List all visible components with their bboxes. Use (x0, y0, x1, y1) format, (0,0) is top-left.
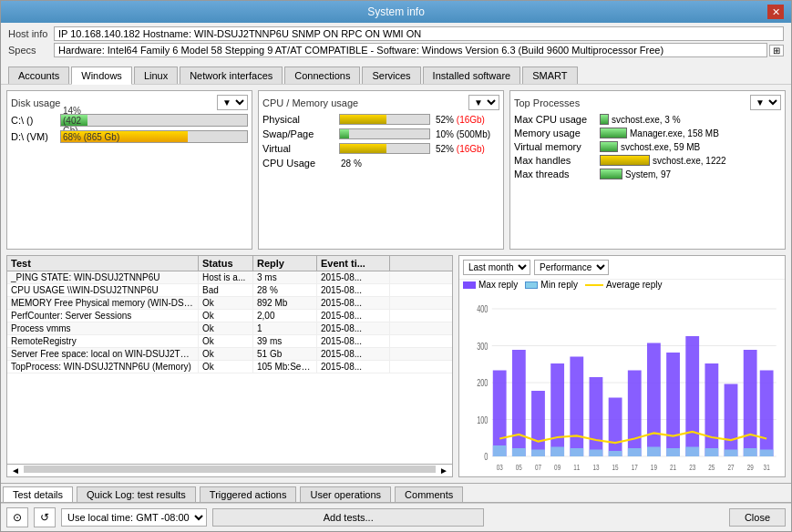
table-row[interactable]: RemoteRegistry Ok 39 ms 2015-08... (7, 335, 452, 348)
td-status: Host is a... (199, 271, 253, 283)
specs-expand-button[interactable]: ⊞ (769, 45, 784, 56)
chart-period-select[interactable]: Last month (463, 260, 530, 275)
cpu-usage-label: CPU Usage (262, 158, 335, 169)
main-window: System info ✕ Host info IP 10.168.140.18… (0, 0, 792, 532)
performance-chart: 400 300 200 100 0 (463, 295, 781, 473)
cpu-usage-row: CPU Usage 28 % (262, 158, 499, 169)
td-status: Bad (199, 284, 253, 296)
btab-quick-log:-test-results[interactable]: Quick Log: test results (77, 486, 196, 502)
legend-min-color (525, 281, 538, 289)
svg-rect-39 (760, 450, 774, 457)
legend-min: Min reply (525, 280, 578, 290)
svg-text:400: 400 (477, 304, 488, 315)
svg-rect-21 (590, 450, 603, 457)
cpu-memory-panel: CPU / Memory usage ▼ Physical 52% (16Gb)… (258, 90, 504, 250)
table-row[interactable]: MEMORY Free Physical memory (WIN-DSU... … (7, 297, 452, 310)
td-test: PerfCounter: Server Sessions (7, 310, 199, 322)
td-status: Ok (199, 297, 253, 309)
svg-rect-30 (685, 336, 699, 456)
td-status: Ok (199, 310, 253, 322)
bottom-icon-btn-1[interactable]: ⊙ (6, 507, 28, 527)
svg-rect-23 (609, 451, 622, 456)
cpu-virtual-value: 52% (16Gb) (436, 144, 485, 154)
tab-network-interfaces[interactable]: Network interfaces (180, 66, 283, 84)
add-tests-button[interactable]: Add tests... (212, 508, 484, 527)
bottom-tabs: Test detailsQuick Log: test resultsTrigg… (1, 483, 791, 503)
tab-installed-software[interactable]: Installed software (423, 66, 521, 84)
svg-rect-38 (760, 371, 774, 457)
td-event: 2015-08... (317, 335, 390, 347)
top-proc-header: Top Processes ▼ (514, 95, 781, 110)
tab-accounts[interactable]: Accounts (8, 66, 69, 84)
svg-rect-29 (666, 448, 680, 456)
host-value: IP 10.168.140.182 Hostname: WIN-DSUJ2TNN… (54, 26, 784, 41)
svg-rect-27 (647, 447, 661, 457)
cpu-panel-header: CPU / Memory usage ▼ (262, 95, 499, 110)
td-reply: 3 ms (253, 271, 317, 283)
cpu-physical-label: Physical (262, 114, 335, 125)
td-reply: 28 % (253, 284, 317, 296)
scroll-right-arrow[interactable]: ► (439, 466, 448, 476)
host-label: Host info (8, 28, 54, 39)
svg-text:29: 29 (747, 463, 754, 472)
horizontal-scrollbar[interactable]: ◄ ► (7, 464, 452, 476)
cpu-swap-value: 10% (500Mb) (436, 129, 490, 139)
svg-text:0: 0 (484, 452, 488, 463)
table-row[interactable]: Process vmms Ok 1 2015-08... (7, 322, 452, 335)
svg-text:200: 200 (477, 378, 488, 389)
svg-rect-22 (609, 398, 622, 457)
tabs-bar: AccountsWindowsLinuxNetwork interfacesCo… (1, 63, 791, 85)
svg-text:31: 31 (764, 463, 770, 472)
disk-d-bar-container: 68% (865 Gb) (60, 130, 248, 143)
tp-virtual-memory-value: svchost.exe, 59 MB (621, 142, 700, 152)
tab-windows[interactable]: Windows (71, 66, 132, 85)
td-test: _PING STATE: WIN-DSUJ2TNNP6U (7, 271, 199, 283)
table-row[interactable]: CPU USAGE \\WIN-DSUJ2TNNP6U Bad 28 % 201… (7, 284, 452, 297)
test-table-section: Test Status Reply Event ti... _PING STAT… (6, 255, 453, 477)
btab-triggered-actions[interactable]: Triggered actions (200, 486, 297, 502)
bottom-icon-btn-2[interactable]: ↺ (34, 507, 56, 527)
svg-rect-17 (550, 447, 564, 457)
chart-metric-select[interactable]: Performance (534, 260, 609, 275)
btab-test-details[interactable]: Test details (3, 486, 73, 502)
svg-rect-14 (531, 391, 545, 456)
scroll-left-arrow[interactable]: ◄ (11, 466, 20, 476)
svg-text:23: 23 (689, 463, 695, 472)
svg-text:15: 15 (612, 463, 619, 472)
svg-rect-28 (666, 353, 680, 456)
td-test: Process vmms (7, 322, 199, 334)
legend-min-label: Min reply (540, 280, 578, 290)
td-reply: 105 Mb:ServerMana... (253, 361, 317, 373)
tab-services[interactable]: Services (362, 66, 420, 84)
legend-avg: Average reply (585, 280, 663, 290)
scroll-bar-thumb[interactable] (24, 466, 436, 473)
table-row[interactable]: _PING STATE: WIN-DSUJ2TNNP6U Host is a..… (7, 271, 452, 284)
table-row[interactable]: Server Free space: local on WIN-DSUJ2TN.… (7, 348, 452, 361)
tab-linux[interactable]: Linux (134, 66, 178, 84)
svg-rect-25 (628, 448, 642, 456)
cpu-panel-select[interactable]: ▼ (468, 95, 499, 110)
close-button-bottom[interactable]: Close (729, 508, 786, 527)
btab-user-operations[interactable]: User operations (300, 486, 391, 502)
svg-text:03: 03 (497, 463, 503, 472)
disk-panel-select[interactable]: ▼ (217, 95, 248, 110)
tab-smart[interactable]: SMART (522, 66, 577, 84)
cpu-virtual-bar-container (339, 143, 430, 154)
top-proc-select[interactable]: ▼ (750, 95, 781, 110)
table-row[interactable]: TopProcess: WIN-DSUJ2TNNP6U (Memory) Ok … (7, 361, 452, 373)
svg-text:21: 21 (670, 463, 676, 472)
disk-c-bar: 14% (402 Gb) (61, 115, 87, 126)
tp-max-handles-bar (600, 155, 650, 166)
table-row[interactable]: PerfCounter: Server Sessions Ok 2,00 201… (7, 310, 452, 322)
close-button[interactable]: ✕ (767, 5, 784, 19)
specs-value-container: Hardware: Intel64 Family 6 Model 58 Step… (54, 43, 784, 57)
btab-comments[interactable]: Comments (395, 486, 463, 502)
host-row: Host info IP 10.168.140.182 Hostname: WI… (8, 26, 784, 41)
cpu-physical-bar (340, 115, 386, 124)
tab-connections[interactable]: Connections (284, 66, 360, 84)
svg-rect-36 (744, 350, 757, 456)
svg-rect-16 (550, 363, 564, 456)
svg-rect-13 (512, 448, 526, 456)
timezone-select[interactable]: Use local time: GMT -08:00 (61, 508, 207, 527)
td-reply: 51 Gb (253, 348, 317, 360)
